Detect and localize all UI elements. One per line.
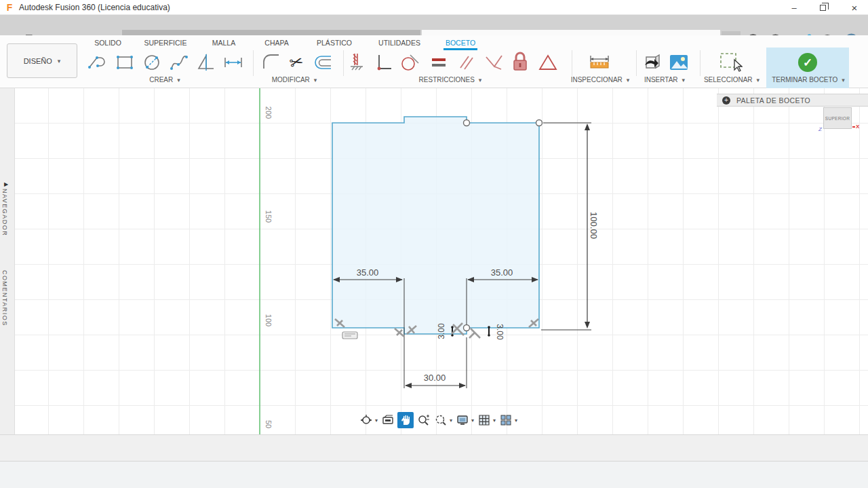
constraint-polygon[interactable] [536, 50, 560, 75]
dimension-arrow [585, 124, 590, 130]
image-icon [668, 53, 690, 72]
expand-plus-icon[interactable]: + [722, 96, 730, 105]
tool-insert-derive[interactable] [639, 50, 664, 75]
ruler-label: 200 [264, 107, 273, 119]
constraint-midpoint[interactable] [481, 50, 506, 75]
dimension-bottom-width[interactable]: 30.00 [424, 373, 446, 383]
finish-sketch-button[interactable]: ✓ [795, 50, 820, 75]
grid-settings-button[interactable] [476, 412, 492, 428]
orbit-icon [360, 414, 372, 426]
chevron-down-icon[interactable]: ▾ [493, 417, 496, 424]
viewports-button[interactable] [498, 412, 514, 428]
dimension-arrow [451, 326, 454, 329]
constraint-fix[interactable] [344, 50, 369, 75]
chevron-down-icon: ▾ [479, 77, 482, 83]
close-window-button[interactable]: × [841, 0, 868, 15]
ruler-label: 100 [264, 314, 273, 326]
tab-chapa[interactable]: CHAPA [258, 37, 296, 49]
tab-plastico[interactable]: PLÁSTICO [312, 37, 357, 49]
group-terminar-boceto[interactable]: TERMINAR BOCETO▾ [769, 76, 848, 83]
fix-constraint-icon [347, 52, 367, 73]
workspace-selector-button[interactable]: DISEÑO ▾ [7, 43, 77, 78]
tool-sketch-dimension[interactable] [221, 50, 245, 75]
dimension-width-left[interactable]: 35.00 [357, 267, 379, 278]
pan-hand-icon [400, 415, 411, 426]
chevron-down-icon: ▾ [682, 77, 686, 83]
display-settings-button[interactable] [454, 412, 471, 428]
tool-line[interactable] [85, 50, 109, 75]
tool-fillet[interactable] [259, 50, 283, 75]
line-tool-icon [87, 52, 107, 73]
dimension-width-right[interactable]: 35.00 [491, 267, 513, 278]
dimension-height[interactable]: 100.00 [589, 212, 599, 239]
view-cube[interactable]: SUPERIOR [823, 107, 852, 129]
restore-button[interactable] [811, 0, 834, 15]
tool-offset[interactable] [311, 50, 335, 75]
group-inspeccionar[interactable]: INSPECCIONAR▾ [568, 76, 632, 83]
group-restricciones[interactable]: RESTRICCIONES▾ [416, 76, 484, 83]
constraint-equal[interactable] [427, 50, 451, 75]
group-crear[interactable]: CREAR▾ [142, 76, 187, 83]
constraint-perpendicular[interactable] [372, 50, 396, 75]
zoom-window-button[interactable] [433, 412, 449, 428]
tool-measure[interactable] [587, 50, 612, 75]
sketch-point[interactable] [536, 120, 542, 126]
sidebar-tab-navegador[interactable]: NAVEGADOR [1, 189, 8, 236]
side-panel-strip: ▶ NAVEGADOR COMENTARIOS [0, 88, 15, 434]
dimension-tool-icon [222, 52, 244, 73]
tab-superficie[interactable]: SUPERFICIE [140, 37, 191, 49]
dimension-arrow [459, 383, 466, 388]
axis-x-tick [852, 126, 855, 128]
minimize-button[interactable]: – [783, 0, 806, 15]
equal-constraint-icon [430, 54, 448, 71]
tab-boceto[interactable]: BOCETO [442, 37, 479, 49]
dimension-arrow [585, 322, 590, 329]
sketch-profile[interactable] [332, 117, 539, 334]
pan-button[interactable] [397, 412, 414, 428]
zoom-button[interactable] [415, 412, 431, 428]
view-cube-face-label[interactable]: SUPERIOR [825, 116, 850, 121]
chevron-down-icon[interactable]: ▾ [375, 417, 378, 424]
constraint-parallel[interactable] [454, 50, 479, 75]
sketch-palette-header[interactable]: + PALETA DE BOCETO [717, 94, 868, 107]
fusion-app-icon: F [4, 2, 15, 13]
look-at-button[interactable] [380, 412, 396, 428]
ruler-label: 150 [264, 210, 273, 223]
chevron-down-icon: ▾ [58, 58, 61, 64]
tool-select[interactable] [718, 50, 743, 75]
orbit-button[interactable] [358, 412, 374, 428]
parallel-constraint-icon [457, 53, 476, 72]
chevron-down-icon[interactable]: ▾ [515, 417, 517, 424]
chevron-down-icon: ▾ [177, 77, 180, 83]
sidebar-tab-comentarios[interactable]: COMENTARIOS [1, 270, 8, 326]
group-modificar[interactable]: MODIFICAR▾ [266, 76, 323, 83]
sketch-point[interactable] [464, 325, 470, 331]
tool-mirror[interactable] [194, 50, 218, 75]
tool-rectangle[interactable] [113, 50, 137, 75]
perpendicular-glyph[interactable] [395, 329, 404, 337]
tab-utilidades[interactable]: UTILIDADES [374, 37, 425, 49]
select-icon [718, 51, 743, 74]
constraint-lock[interactable] [508, 50, 532, 75]
tool-trim[interactable]: ✂ [284, 50, 309, 75]
tab-malla[interactable]: MALLA [203, 37, 244, 49]
group-insertar[interactable]: INSERTAR▾ [639, 76, 690, 83]
tab-solido[interactable]: SOLIDO [88, 37, 127, 49]
sketch-point[interactable] [464, 120, 470, 126]
group-seleccionar[interactable]: SELECCIONAR▾ [701, 76, 762, 83]
tool-insert-image[interactable] [667, 50, 691, 75]
chevron-down-icon[interactable]: ▾ [450, 417, 452, 424]
dimension-tab-left[interactable]: 3.00 [437, 323, 446, 339]
tool-spline[interactable] [167, 50, 191, 75]
spline-tool-icon [169, 52, 189, 73]
sketch-palette-title: PALETA DE BOCETO [736, 96, 810, 105]
lock-icon [510, 52, 530, 73]
chevron-down-icon[interactable]: ▾ [471, 417, 474, 424]
zoom-window-icon [435, 414, 447, 426]
dimension-tab-right[interactable]: 3.00 [495, 324, 505, 340]
collinear-glyph[interactable] [469, 329, 480, 338]
constraint-tangent[interactable] [398, 50, 422, 75]
offset-tool-icon [312, 52, 334, 73]
tool-circle[interactable] [140, 50, 164, 75]
axis-x-label: X [856, 124, 859, 130]
